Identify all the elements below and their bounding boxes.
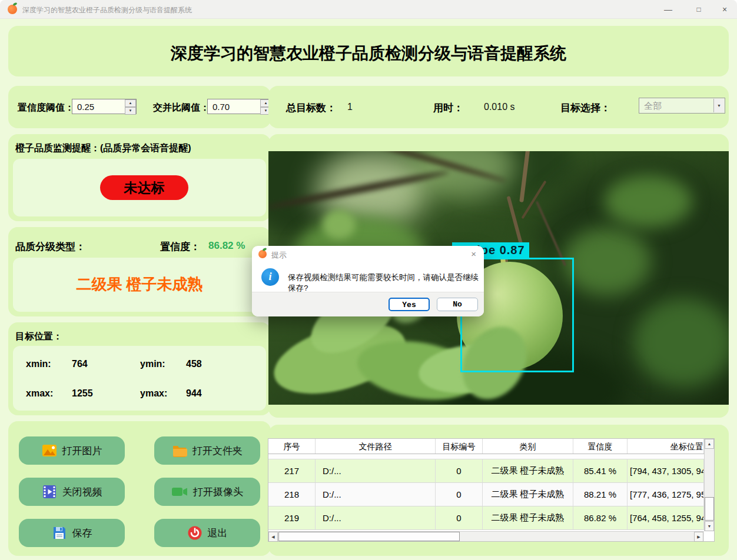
film-play-icon	[42, 484, 57, 499]
confidence-threshold-label: 置信度阈值：	[18, 102, 74, 114]
time-used-label: 用时：	[433, 101, 463, 115]
target-select-value: 全部	[644, 101, 662, 112]
dialog-title: 提示	[271, 250, 287, 261]
open-image-button[interactable]: 打开图片	[19, 436, 125, 465]
horizontal-scrollbar[interactable]: ◀ ▶	[268, 531, 704, 541]
target-position-panel: 目标位置： xmin: 764 ymin: 458 xmax: 1255 yma…	[8, 322, 271, 415]
scroll-up-icon[interactable]: ▲	[705, 439, 714, 449]
app-window: 深度学习的智慧农业橙子品质检测分级与语音提醒系统 — □ × 深度学习的智慧农业…	[0, 0, 737, 560]
threshold-panel: 置信度阈值： 0.25 ▲ ▼ 交并比阈值： 0.70 ▲ ▼	[8, 86, 271, 128]
grade-type-label: 品质分级类型：	[15, 240, 85, 254]
spin-down-icon[interactable]: ▼	[125, 107, 136, 115]
col-coords: 坐标位置	[628, 439, 704, 454]
quality-monitor-panel: 橙子品质监测提醒：(品质异常会语音提醒) 未达标	[8, 134, 271, 221]
iou-threshold-value[interactable]: 0.70	[208, 99, 260, 114]
target-position-box: xmin: 764 ymin: 458 xmax: 1255 ymax: 944	[13, 346, 266, 411]
ymin-label: ymin:	[140, 359, 165, 369]
total-targets-label: 总目标数：	[286, 101, 336, 115]
save-button[interactable]: 保存	[19, 519, 125, 547]
scroll-right-icon[interactable]: ▶	[694, 532, 703, 542]
open-image-label: 打开图片	[62, 444, 102, 458]
dialog-close-icon[interactable]: ×	[471, 249, 476, 259]
col-category: 类别	[483, 439, 573, 454]
open-camera-label: 打开摄像头	[193, 485, 243, 499]
table-header-row: 序号 文件路径 目标编号 类别 置信度 坐标位置	[268, 439, 714, 454]
xmin-label: xmin:	[26, 359, 51, 369]
power-icon	[187, 525, 202, 541]
main-content: 深度学习的智慧农业橙子品质检测分级与语音提醒系统 置信度阈值： 0.25 ▲ ▼…	[0, 19, 737, 560]
exit-label: 退出	[208, 526, 228, 540]
dialog-orange-icon	[258, 250, 267, 258]
xmax-value: 1255	[72, 388, 93, 399]
xmin-value: 764	[72, 359, 88, 369]
table-row[interactable]: 218 D:/... 0 二级果 橙子未成熟 88.21 % [777, 436…	[268, 483, 714, 506]
save-label: 保存	[72, 526, 92, 540]
exit-button[interactable]: 退出	[154, 519, 260, 547]
ymax-value: 944	[186, 388, 202, 399]
heading-panel: 深度学习的智慧农业橙子品质检测分级与语音提醒系统	[8, 26, 729, 76]
target-select-dropdown[interactable]: 全部 ▼	[639, 98, 725, 114]
grade-result-box: 二级果 橙子未成熟	[13, 258, 266, 312]
col-confidence: 置信度	[573, 439, 628, 454]
grade-result-text: 二级果 橙子未成熟	[13, 274, 266, 295]
scroll-down-icon[interactable]: ▼	[705, 521, 714, 531]
confidence-threshold-spinbox[interactable]: 0.25 ▲ ▼	[72, 99, 137, 114]
total-targets-value: 1	[347, 102, 353, 112]
table-row[interactable]: 217 D:/... 0 二级果 橙子未成熟 85.41 % [794, 437…	[268, 459, 714, 483]
quality-monitor-box: 未达标	[13, 159, 266, 216]
dialog-message: 保存视频检测结果可能需要较长时间，请确认是否继续保存?	[288, 272, 484, 294]
close-button[interactable]: ×	[716, 4, 733, 15]
window-title: 深度学习的智慧农业橙子品质检测分级与语音提醒系统	[22, 5, 192, 15]
scroll-left-icon[interactable]: ◀	[268, 532, 278, 542]
minimize-button[interactable]: —	[659, 4, 677, 15]
iou-threshold-label: 交并比阈值：	[153, 102, 210, 114]
window-titlebar: 深度学习的智慧农业橙子品质检测分级与语音提醒系统 — □ ×	[0, 0, 737, 19]
grade-confidence-label: 置信度：	[160, 240, 200, 254]
floppy-save-icon	[52, 525, 67, 541]
open-camera-button[interactable]: 打开摄像头	[154, 478, 260, 506]
close-video-label: 关闭视频	[62, 485, 102, 499]
partial-row	[268, 454, 714, 459]
spin-up-icon[interactable]: ▲	[125, 99, 136, 107]
chevron-down-icon[interactable]: ▼	[713, 99, 724, 112]
xmax-label: xmax:	[26, 388, 53, 399]
open-folder-label: 打开文件夹	[192, 444, 243, 458]
col-filepath: 文件路径	[316, 439, 436, 454]
vertical-scroll-thumb[interactable]	[705, 497, 714, 521]
yes-button[interactable]: Yes	[389, 298, 430, 311]
close-video-button[interactable]: 关闭视频	[19, 478, 125, 506]
grade-confidence-value: 86.82 %	[208, 240, 245, 252]
dialog-footer: Yes No	[252, 292, 484, 316]
vertical-scrollbar[interactable]: ▲ ▼	[704, 439, 714, 531]
ymin-value: 458	[186, 359, 202, 369]
grade-panel: 品质分级类型： 置信度： 86.82 % 二级果 橙子未成熟	[8, 227, 271, 316]
quality-monitor-header: 橙子品质监测提醒：(品质异常会语音提醒)	[15, 142, 191, 155]
camera-icon	[171, 484, 188, 499]
no-button[interactable]: No	[437, 298, 478, 311]
horizontal-scroll-thumb[interactable]	[278, 532, 460, 541]
table-row[interactable]: 219 D:/... 0 二级果 橙子未成熟 86.82 % [764, 458…	[268, 506, 714, 530]
col-target-id: 目标编号	[436, 439, 483, 454]
action-buttons-panel: 打开图片 打开文件夹 关闭视频	[8, 421, 271, 556]
open-folder-button[interactable]: 打开文件夹	[154, 436, 260, 465]
results-table: 序号 文件路径 目标编号 类别 置信度 坐标位置 217 D:/... 0 二级…	[268, 438, 715, 542]
col-index: 序号	[268, 439, 316, 454]
page-title: 深度学习的智慧农业橙子品质检测分级与语音提醒系统	[8, 42, 729, 65]
image-icon	[42, 443, 57, 458]
ymax-label: ymax:	[140, 388, 167, 399]
target-position-header: 目标位置：	[15, 331, 62, 343]
folder-icon	[172, 443, 187, 458]
time-used-value: 0.010 s	[484, 102, 514, 112]
app-orange-icon	[8, 5, 17, 14]
stats-panel: 总目标数： 1 用时： 0.010 s 目标选择： 全部 ▼	[268, 86, 729, 128]
confirm-dialog: 提示 × i 保存视频检测结果可能需要较长时间，请确认是否继续保存? Yes N…	[252, 246, 484, 316]
spin-arrows[interactable]: ▲ ▼	[125, 99, 136, 114]
quality-status-badge: 未达标	[100, 175, 188, 200]
confidence-threshold-value[interactable]: 0.25	[72, 99, 125, 114]
target-select-label: 目标选择：	[560, 101, 610, 115]
iou-threshold-spinbox[interactable]: 0.70 ▲ ▼	[207, 99, 272, 114]
info-icon: i	[261, 268, 279, 286]
maximize-button[interactable]: □	[690, 4, 708, 15]
